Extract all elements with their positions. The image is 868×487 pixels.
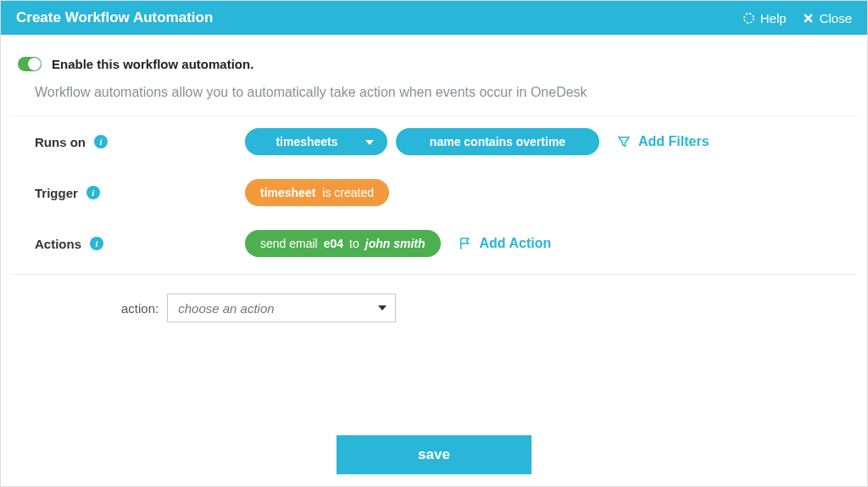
runs-on-row: Runs on i timesheets name contains overt…	[11, 116, 857, 167]
close-button[interactable]: Close	[802, 11, 852, 25]
enable-label: Enable this workflow automation.	[52, 57, 253, 71]
info-icon[interactable]: i	[94, 135, 108, 148]
enable-row: Enable this workflow automation.	[11, 57, 857, 71]
runs-on-type-value: timesheets	[275, 135, 337, 148]
trigger-row: Trigger i timesheet is created	[11, 167, 857, 218]
flag-icon	[458, 236, 473, 251]
help-button[interactable]: Help	[743, 11, 787, 25]
actions-label-col: Actions i	[35, 237, 245, 251]
trigger-subject: timesheet	[260, 186, 315, 199]
trigger-verb: is created	[322, 186, 374, 199]
action-chooser-row: action: choose an action	[11, 275, 857, 322]
runs-on-filter-pill[interactable]: name contains overtime	[396, 128, 599, 155]
save-button[interactable]: save	[337, 435, 531, 474]
action-prefix: send email	[260, 237, 318, 250]
chevron-down-icon	[378, 305, 387, 311]
enable-toggle[interactable]	[18, 57, 42, 71]
modal-body: Enable this workflow automation. Workflo…	[1, 35, 867, 486]
modal-title: Create Workflow Automation	[16, 9, 213, 26]
filter-icon	[616, 134, 632, 149]
runs-on-type-select[interactable]: timesheets	[245, 128, 387, 155]
add-filters-button[interactable]: Add Filters	[616, 134, 709, 149]
action-target: john smith	[365, 237, 426, 250]
action-code: e04	[324, 237, 343, 250]
modal-titlebar: Create Workflow Automation Help Close	[1, 1, 867, 35]
svg-point-0	[744, 13, 754, 22]
info-icon[interactable]: i	[90, 237, 103, 250]
add-action-button[interactable]: Add Action	[458, 236, 552, 251]
actions-row: Actions i send email e04 to john smith A…	[11, 218, 857, 269]
add-filters-label: Add Filters	[638, 134, 709, 149]
action-select[interactable]: choose an action	[167, 294, 396, 322]
runs-on-label-col: Runs on i	[35, 135, 245, 149]
add-action-label: Add Action	[480, 236, 552, 251]
runs-on-filter-value: name contains overtime	[430, 135, 565, 148]
trigger-label-col: Trigger i	[35, 186, 245, 200]
runs-on-label: Runs on	[35, 135, 86, 149]
actions-label: Actions	[35, 237, 81, 251]
help-icon	[743, 12, 755, 25]
action-select-placeholder: choose an action	[178, 301, 274, 316]
description-text: Workflow automations allow you to automa…	[11, 71, 857, 115]
close-icon	[802, 12, 815, 25]
workflow-automation-modal: Create Workflow Automation Help Close En…	[0, 0, 868, 487]
info-icon[interactable]: i	[86, 186, 100, 199]
action-chooser-label: action:	[121, 301, 159, 316]
trigger-label: Trigger	[35, 186, 78, 200]
close-label: Close	[820, 11, 852, 25]
action-pill[interactable]: send email e04 to john smith	[245, 230, 441, 257]
trigger-pill[interactable]: timesheet is created	[245, 179, 389, 206]
help-label: Help	[760, 11, 787, 25]
action-to: to	[349, 237, 359, 250]
